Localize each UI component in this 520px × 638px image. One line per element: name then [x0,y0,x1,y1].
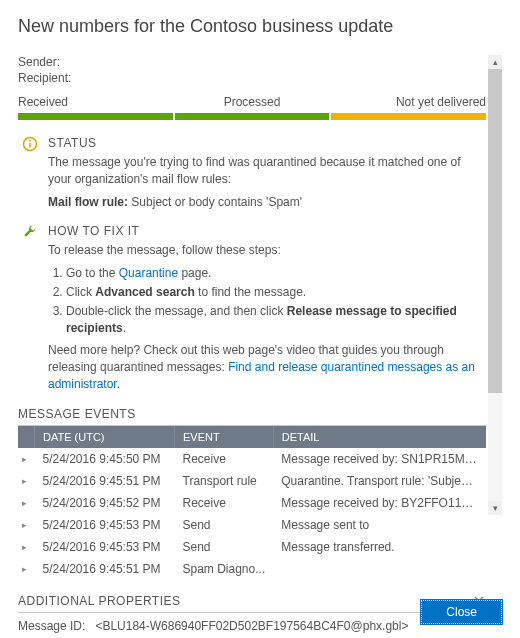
cell-detail [273,558,486,580]
table-row[interactable]: ▸5/24/2016 9:45:53 PMSendMessage transfe… [18,536,486,558]
status-body: The message you're trying to find was qu… [48,154,486,188]
scroll-thumb[interactable] [488,69,502,393]
progress-seg-received [18,113,173,120]
scroll-track[interactable] [488,69,502,501]
expand-icon[interactable]: ▸ [18,536,35,558]
cell-detail: Quarantine. Transport rule: 'Subject or … [273,470,486,492]
table-row[interactable]: ▸5/24/2016 9:45:53 PMSendMessage sent to [18,514,486,536]
fix-intro: To release the message, follow these ste… [48,242,486,259]
fix-steps: Go to the Quarantine page. Click Advance… [66,265,486,336]
status-rule-label: Mail flow rule: [48,195,128,209]
svg-rect-2 [29,140,31,142]
sender-line: Sender: [18,55,486,69]
table-row[interactable]: ▸5/24/2016 9:45:50 PMReceiveMessage rece… [18,448,486,470]
cell-event: Receive [175,448,274,470]
message-trace-dialog: New numbers for the Contoso business upd… [0,0,520,638]
vertical-scrollbar[interactable]: ▴ ▾ [488,55,502,515]
col-detail[interactable]: DETAIL [273,426,486,448]
progress-label-received: Received [18,95,174,109]
cell-event: Spam Diagno... [175,558,274,580]
svg-rect-1 [29,143,31,148]
table-row[interactable]: ▸5/24/2016 9:45:51 PMTransport ruleQuara… [18,470,486,492]
cell-detail: Message received by: SN1PR15MB0173 [273,448,486,470]
recipient-line: Recipient: [18,71,486,85]
wrench-icon [22,224,38,243]
cell-detail: Message transferred. [273,536,486,558]
events-table: DATE (UTC) EVENT DETAIL ▸5/24/2016 9:45:… [18,426,486,580]
close-button[interactable]: Close [421,600,502,624]
fix-step-2: Click Advanced search to find the messag… [66,284,486,301]
cell-detail: Message sent to [273,514,486,536]
additional-section: ADDITIONAL PROPERTIES Message ID: <BLU18… [18,594,486,633]
cell-detail: Message received by: BY2FFO11HUB014 [273,492,486,514]
col-event[interactable]: EVENT [175,426,274,448]
progress-label-not-delivered: Not yet delivered [330,95,486,109]
scroll-down-arrow[interactable]: ▾ [488,501,502,515]
fix-step-1: Go to the Quarantine page. [66,265,486,282]
expand-icon[interactable]: ▸ [18,448,35,470]
table-row[interactable]: ▸5/24/2016 9:45:51 PMSpam Diagno... [18,558,486,580]
fix-step-3: Double-click the message, and then click… [66,303,486,337]
cell-event: Send [175,536,274,558]
cell-date: 5/24/2016 9:45:53 PM [35,514,175,536]
cell-event: Receive [175,492,274,514]
dialog-title: New numbers for the Contoso business upd… [18,16,502,37]
expand-icon[interactable]: ▸ [18,558,35,580]
progress-label-processed: Processed [174,95,330,109]
message-id-value: <BLU184-W686940FF02D502BF197564BC4F0@phx… [95,619,408,633]
expand-icon[interactable]: ▸ [18,514,35,536]
sender-label: Sender: [18,55,60,69]
expand-icon[interactable]: ▸ [18,470,35,492]
message-id-line: Message ID: <BLU184-W686940FF02D502BF197… [18,619,486,633]
dialog-content: Sender: Recipient: Received Processed No… [18,55,486,633]
additional-heading: ADDITIONAL PROPERTIES [18,594,486,613]
status-rule-value: Subject or body contains 'Spam' [131,195,302,209]
progress-bar [18,113,486,120]
cell-event: Send [175,514,274,536]
cell-date: 5/24/2016 9:45:50 PM [35,448,175,470]
status-rule: Mail flow rule: Subject or body contains… [48,194,486,211]
col-date[interactable]: DATE (UTC) [35,426,175,448]
cell-date: 5/24/2016 9:45:51 PM [35,470,175,492]
cell-event: Transport rule [175,470,274,492]
cell-date: 5/24/2016 9:45:52 PM [35,492,175,514]
expand-icon[interactable]: ▸ [18,492,35,514]
progress-seg-processed [175,113,330,120]
progress-seg-not-delivered [331,113,486,120]
table-row[interactable]: ▸5/24/2016 9:45:52 PMReceiveMessage rece… [18,492,486,514]
status-heading: STATUS [48,136,486,150]
fix-help: Need more help? Check out this web page'… [48,342,486,392]
recipient-label: Recipient: [18,71,71,85]
fix-heading: HOW TO FIX IT [48,224,486,238]
events-heading: MESSAGE EVENTS [18,407,486,426]
scroll-up-arrow[interactable]: ▴ [488,55,502,69]
fix-section: HOW TO FIX IT To release the message, fo… [18,224,486,392]
progress-labels: Received Processed Not yet delivered [18,95,486,109]
cell-date: 5/24/2016 9:45:51 PM [35,558,175,580]
cell-date: 5/24/2016 9:45:53 PM [35,536,175,558]
col-expand [18,426,35,448]
info-icon [22,136,38,155]
message-id-label: Message ID: [18,619,85,633]
status-section: STATUS The message you're trying to find… [18,136,486,210]
quarantine-link[interactable]: Quarantine [119,266,178,280]
